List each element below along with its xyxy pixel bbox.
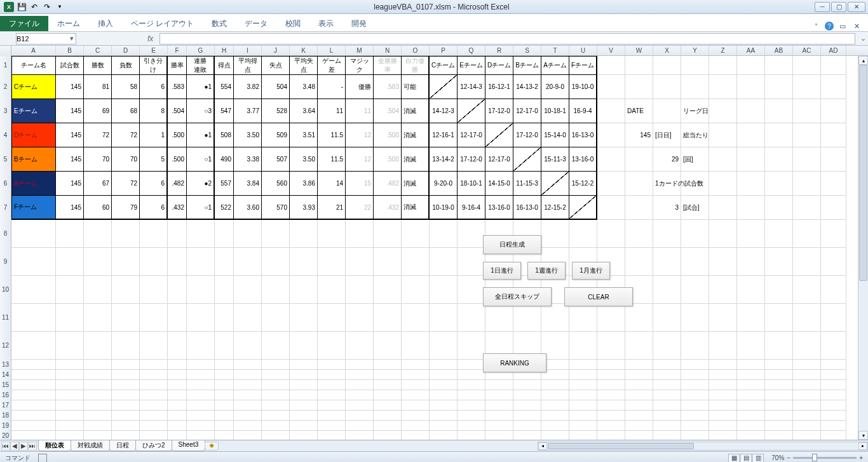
cell[interactable] bbox=[402, 380, 430, 390]
cell[interactable] bbox=[84, 276, 112, 304]
cell[interactable] bbox=[513, 431, 541, 440]
row-header-18[interactable]: 18 bbox=[0, 411, 11, 421]
cell[interactable] bbox=[485, 411, 513, 421]
cell[interactable] bbox=[215, 276, 234, 304]
cell[interactable] bbox=[458, 332, 485, 360]
cell[interactable] bbox=[513, 421, 541, 431]
cell[interactable] bbox=[402, 370, 430, 380]
cell[interactable]: 12-14-3 bbox=[458, 75, 485, 99]
cell[interactable] bbox=[11, 276, 56, 304]
cell[interactable] bbox=[765, 380, 793, 390]
cell[interactable] bbox=[262, 390, 290, 400]
cell[interactable] bbox=[793, 196, 821, 220]
cell[interactable]: 72 bbox=[112, 172, 140, 196]
cell[interactable]: 145 bbox=[56, 75, 84, 99]
column-header-Z[interactable]: Z bbox=[709, 46, 737, 55]
cell[interactable] bbox=[290, 370, 318, 380]
column-header-K[interactable]: K bbox=[290, 46, 318, 55]
cell[interactable] bbox=[318, 220, 346, 248]
cell[interactable] bbox=[402, 411, 430, 421]
cell[interactable] bbox=[290, 220, 318, 248]
cell[interactable] bbox=[346, 248, 374, 276]
cell[interactable] bbox=[737, 196, 765, 220]
row-header-9[interactable]: 9 bbox=[0, 248, 11, 276]
cell[interactable]: .432 bbox=[168, 196, 187, 220]
cell[interactable] bbox=[765, 431, 793, 440]
cell[interactable] bbox=[215, 390, 234, 400]
cell[interactable] bbox=[187, 380, 215, 390]
cell[interactable] bbox=[485, 431, 513, 440]
cell[interactable] bbox=[569, 196, 597, 220]
cell[interactable] bbox=[262, 370, 290, 380]
new-sheet-button[interactable]: ✸ bbox=[205, 442, 219, 451]
cell[interactable]: 13-14-2 bbox=[430, 147, 458, 172]
cell[interactable] bbox=[112, 304, 140, 332]
cell[interactable]: .500 bbox=[168, 123, 187, 147]
cell[interactable] bbox=[653, 370, 681, 380]
cell[interactable]: .482 bbox=[168, 172, 187, 196]
cell[interactable] bbox=[709, 220, 737, 248]
row-header-5[interactable]: 5 bbox=[0, 147, 11, 172]
cell[interactable] bbox=[140, 400, 168, 411]
cell[interactable] bbox=[318, 360, 346, 370]
cell[interactable]: 29 bbox=[653, 147, 681, 172]
cell[interactable]: 20-9-0 bbox=[541, 75, 569, 99]
row-header-16[interactable]: 16 bbox=[0, 390, 11, 400]
cell[interactable]: .500 bbox=[374, 147, 402, 172]
cell[interactable] bbox=[597, 411, 625, 421]
cell[interactable]: 11 bbox=[346, 99, 374, 123]
cell[interactable]: 総当たり回数 bbox=[681, 123, 709, 147]
cell[interactable] bbox=[11, 220, 56, 248]
zoom-out-button[interactable]: − bbox=[787, 454, 790, 461]
cell[interactable] bbox=[681, 276, 709, 304]
cell[interactable] bbox=[234, 360, 262, 370]
cell[interactable] bbox=[625, 147, 653, 172]
cell[interactable] bbox=[737, 147, 765, 172]
cell[interactable]: 14-12-3 bbox=[430, 99, 458, 123]
cell[interactable] bbox=[168, 220, 187, 248]
cell[interactable]: 11.5 bbox=[318, 147, 346, 172]
cell[interactable] bbox=[625, 400, 653, 411]
cell[interactable] bbox=[56, 431, 84, 440]
cell[interactable]: 507 bbox=[262, 147, 290, 172]
column-header-M[interactable]: M bbox=[346, 46, 374, 55]
cell[interactable] bbox=[793, 380, 821, 390]
cell[interactable]: Eチーム bbox=[11, 99, 56, 123]
column-header-I[interactable]: I bbox=[234, 46, 262, 55]
cell[interactable]: .583 bbox=[374, 75, 402, 99]
cell[interactable] bbox=[318, 248, 346, 276]
cell[interactable] bbox=[84, 411, 112, 421]
sheet-tab-4[interactable]: Sheet3 bbox=[172, 440, 206, 451]
cell[interactable] bbox=[346, 370, 374, 380]
cell[interactable] bbox=[215, 332, 234, 360]
cell[interactable] bbox=[318, 332, 346, 360]
cell[interactable] bbox=[215, 380, 234, 390]
clear-button[interactable]: CLEAR bbox=[564, 287, 633, 306]
cell[interactable]: 560 bbox=[262, 172, 290, 196]
cell[interactable]: 509 bbox=[262, 123, 290, 147]
cell[interactable] bbox=[56, 220, 84, 248]
cell[interactable] bbox=[709, 75, 737, 99]
cell[interactable] bbox=[821, 400, 846, 411]
cell[interactable]: 3.86 bbox=[290, 172, 318, 196]
maximize-button[interactable]: ▢ bbox=[831, 2, 846, 12]
cell[interactable] bbox=[793, 370, 821, 380]
cell[interactable] bbox=[597, 196, 625, 220]
cell[interactable] bbox=[187, 220, 215, 248]
cell[interactable] bbox=[112, 431, 140, 440]
cell[interactable]: 10-18-1 bbox=[541, 99, 569, 123]
cell[interactable]: 3.77 bbox=[234, 99, 262, 123]
cell[interactable] bbox=[140, 411, 168, 421]
cell[interactable] bbox=[140, 380, 168, 390]
cell[interactable] bbox=[458, 99, 485, 123]
cell[interactable]: 17-12-0 bbox=[513, 123, 541, 147]
cell[interactable] bbox=[346, 431, 374, 440]
cell[interactable] bbox=[569, 411, 597, 421]
cell[interactable] bbox=[793, 56, 821, 75]
sheet-nav-prev[interactable]: ◀ bbox=[10, 442, 19, 451]
cell[interactable] bbox=[793, 304, 821, 332]
minimize-button[interactable]: ─ bbox=[815, 2, 830, 12]
cell[interactable]: ○1 bbox=[187, 196, 215, 220]
cell[interactable] bbox=[793, 332, 821, 360]
cell[interactable] bbox=[290, 304, 318, 332]
